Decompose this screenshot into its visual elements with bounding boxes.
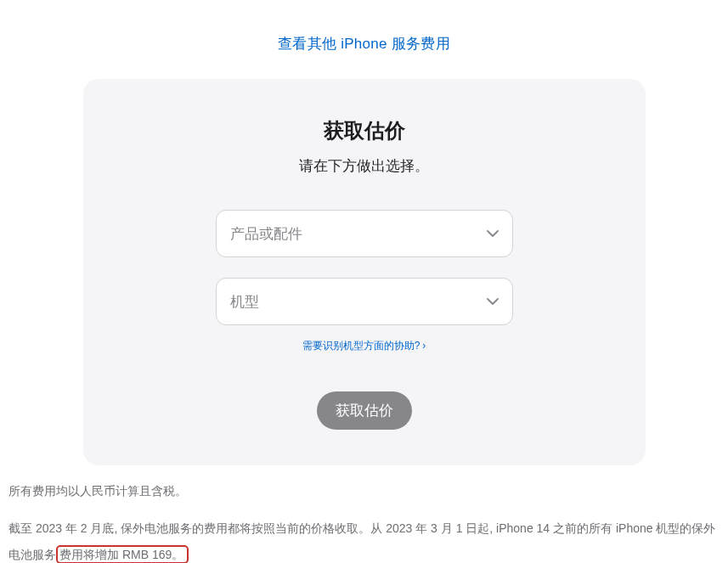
chevron-down-icon xyxy=(487,228,499,239)
footer-line-1: 所有费用均以人民币计算且含税。 xyxy=(8,482,720,500)
estimate-card: 获取估价 请在下方做出选择。 产品或配件 机型 需要识别机型方面的协助?› 获取 xyxy=(83,79,646,465)
help-link-container: 需要识别机型方面的协助?› xyxy=(109,339,620,353)
footer-line-2: 截至 2023 年 2 月底, 保外电池服务的费用都将按照当前的价格收取。从 2… xyxy=(8,515,720,563)
product-select-wrapper: 产品或配件 xyxy=(216,210,513,257)
other-services-link[interactable]: 查看其他 iPhone 服务费用 xyxy=(278,36,450,52)
model-select[interactable]: 机型 xyxy=(216,278,513,325)
chevron-right-icon: › xyxy=(422,340,426,352)
get-estimate-button[interactable]: 获取估价 xyxy=(317,391,412,430)
footer-text: 所有费用均以人民币计算且含税。 截至 2023 年 2 月底, 保外电池服务的费… xyxy=(0,465,728,563)
card-title: 获取估价 xyxy=(109,117,620,144)
model-select-placeholder: 机型 xyxy=(230,292,259,312)
identify-model-help-link[interactable]: 需要识别机型方面的协助?› xyxy=(302,340,426,352)
price-increase-highlight: 费用将增加 RMB 169。 xyxy=(56,545,189,563)
product-select[interactable]: 产品或配件 xyxy=(216,210,513,257)
help-link-label: 需要识别机型方面的协助? xyxy=(302,340,420,352)
card-subtitle: 请在下方做出选择。 xyxy=(109,156,620,176)
product-select-placeholder: 产品或配件 xyxy=(230,224,302,244)
chevron-down-icon xyxy=(487,296,499,307)
model-select-wrapper: 机型 xyxy=(216,278,513,325)
top-link-container: 查看其他 iPhone 服务费用 xyxy=(0,0,728,79)
